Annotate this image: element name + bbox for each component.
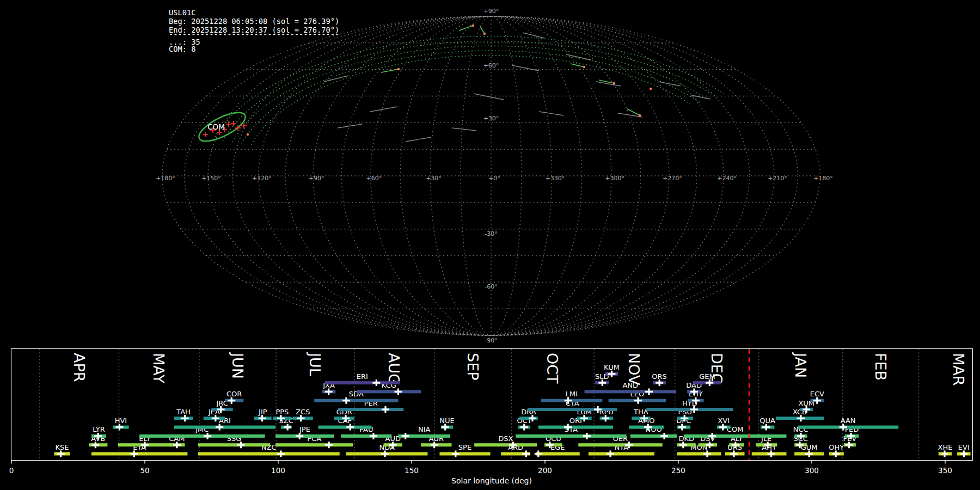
shower-label-COR: COR: [226, 390, 242, 398]
longitude-label: +180°: [813, 175, 833, 182]
x-tick-label-200: 200: [538, 466, 552, 475]
longitude-label: +270°: [663, 175, 682, 182]
longitude-label: +0°: [488, 175, 500, 182]
longitude-label: +330°: [546, 175, 565, 182]
longitude-label: +60°: [366, 175, 382, 182]
x-tick-label-250: 250: [671, 466, 685, 475]
shower-label-AND: AND: [622, 381, 638, 389]
shower-bar-ORI: [538, 426, 613, 429]
x-tick-label-300: 300: [805, 466, 819, 475]
figure-canvas: USL01C Beg: 20251228 06:05:08 (sol = 276…: [0, 0, 980, 490]
trail-endpoint-dot: [483, 33, 486, 35]
shower-bar-EGE: [536, 452, 580, 456]
trail-endpoint-dot: [397, 68, 400, 70]
month-label-SEP: SEP: [464, 353, 481, 380]
trail-endpoint-dot: [583, 66, 585, 68]
shower-bar-ERI: [325, 381, 400, 384]
shower-label-ECV: ECV: [810, 390, 824, 398]
x-tick-label-350: 350: [938, 466, 952, 475]
shower-bar-AAN: [798, 426, 898, 429]
shower-bar-OER: [578, 443, 662, 446]
com-radiant-label: COM: [207, 122, 225, 131]
shower-label-KUM: KUM: [604, 363, 620, 371]
shower-bar-JMC: [139, 434, 265, 438]
trail-endpoint-dot: [650, 88, 652, 90]
longitude-label: +120°: [252, 175, 272, 182]
figure-background: [0, 0, 980, 490]
shower-bar-MON: [677, 452, 721, 456]
shower-bar-PER: [338, 408, 403, 411]
shower-label-JPE: JPE: [299, 425, 310, 433]
shower-label-NIA: NIA: [418, 425, 431, 433]
shower-label-KSE: KSE: [56, 443, 69, 451]
x-tick-label-100: 100: [271, 466, 285, 475]
shower-bar-AND: [585, 390, 677, 393]
shower-bar-KCG: [357, 390, 421, 393]
shower-bar-SDA: [314, 399, 398, 402]
longitude-label: +210°: [768, 175, 787, 182]
longitude-label: +300°: [605, 175, 624, 182]
shower-bar-CAP: [318, 426, 372, 429]
shower-bar-HYD: [646, 408, 733, 411]
trail-endpoint-dot: [247, 133, 249, 136]
latitude-label: -30°: [485, 230, 497, 237]
shower-label-THA: THA: [633, 408, 648, 416]
shower-label-DSX: DSX: [498, 434, 513, 443]
observation-id: USL01C: [169, 8, 195, 17]
month-label-FEB: FEB: [872, 353, 889, 381]
trail-endpoint-dot: [472, 24, 474, 27]
latitude-label: -60°: [485, 283, 497, 290]
shower-bar-CTA: [528, 408, 617, 411]
shower-label-OHY: OHY: [829, 443, 844, 451]
latitude-label: +30°: [483, 115, 499, 122]
x-tick-label-150: 150: [405, 466, 419, 475]
shower-bar-SSG: [198, 443, 270, 446]
shower-label-ORS: ORS: [652, 372, 667, 381]
shower-bar-PCA: [275, 443, 353, 446]
shower-bar-DSX: [474, 443, 537, 446]
shower-bar-PAU: [341, 434, 391, 438]
count-com: COM: 8: [169, 45, 195, 53]
longitude-label: +150°: [201, 175, 221, 182]
shower-label-ERI: ERI: [357, 372, 368, 381]
shower-bar-STA: [516, 434, 626, 438]
shower-label-ZCS: ZCS: [296, 408, 310, 416]
trail-endpoint-dot: [639, 114, 641, 117]
longitude-label: +90°: [309, 175, 324, 182]
shower-label-NUE: NUE: [439, 416, 454, 425]
x-axis-title: Solar longitude (deg): [451, 476, 532, 485]
month-label-OCT: OCT: [544, 353, 561, 384]
shower-label-XVI: XVI: [718, 416, 730, 425]
month-label-JUL: JUL: [307, 352, 323, 376]
shower-label-GEM: GEM: [699, 372, 715, 381]
shower-bar-NOO: [630, 434, 677, 438]
shower-label-PPS: PPS: [275, 408, 289, 416]
shower-label-HVI: HVI: [115, 416, 127, 425]
shower-label-LYR: LYR: [93, 425, 105, 433]
month-label-APR: APR: [71, 353, 88, 382]
north-pole-label: +90°: [483, 8, 499, 15]
shower-bar-SPE: [439, 452, 490, 456]
shower-label-AAN: AAN: [841, 416, 856, 425]
shower-bar-COM: [684, 434, 787, 438]
month-label-JAN: JAN: [792, 352, 809, 378]
shower-label-XHE: XHE: [938, 443, 953, 451]
app-window: USL01C Beg: 20251228 06:05:08 (sol = 276…: [0, 0, 980, 490]
latitude-label: +60°: [483, 62, 499, 69]
begin-time: Beg: 20251228 06:05:08 (sol = 276.39°): [169, 17, 339, 26]
month-label-MAR: MAR: [950, 353, 967, 386]
shower-bar-ARI: [174, 426, 275, 429]
shower-label-LMI: LMI: [566, 390, 578, 398]
longitude-label: +30°: [426, 175, 442, 182]
longitude-label: +240°: [717, 175, 737, 182]
month-label-JUN: JUN: [229, 352, 246, 379]
shower-label-TAH: TAH: [176, 408, 191, 416]
shower-label-QUA: QUA: [759, 416, 775, 425]
shower-label-JIP: JIP: [258, 408, 267, 416]
x-tick-label-0: 0: [9, 466, 14, 475]
shower-bar-ETA: [91, 452, 187, 456]
month-label-MAY: MAY: [150, 353, 167, 384]
longitude-label: +180°: [156, 175, 175, 182]
shower-bar-NZC: [198, 452, 340, 456]
shower-bar-NTA: [589, 452, 654, 456]
